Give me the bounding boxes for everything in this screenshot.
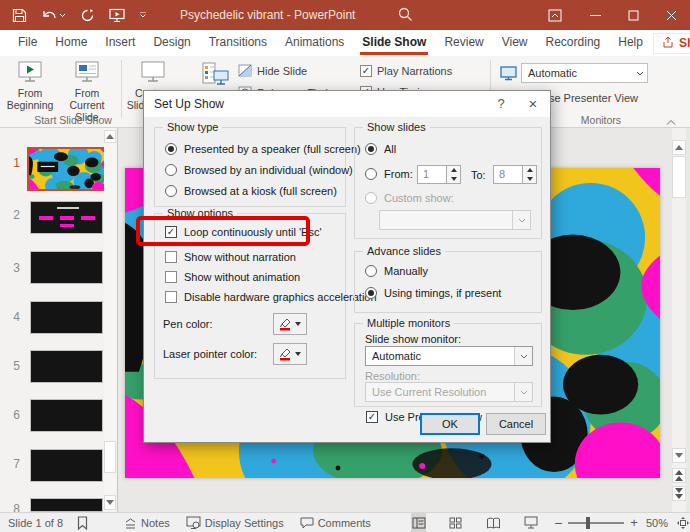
reading-view-button[interactable] xyxy=(486,513,501,532)
tab-recording[interactable]: Recording xyxy=(538,30,609,56)
share-button[interactable]: Share xyxy=(653,33,690,54)
pen-color-dropdown[interactable] xyxy=(273,313,307,335)
notes-icon xyxy=(124,517,137,529)
slide-thumbnail-5[interactable] xyxy=(30,350,103,383)
slide-sorter-icon xyxy=(449,517,462,529)
set-up-slide-show-button[interactable] xyxy=(196,62,236,88)
chevron-down-icon xyxy=(631,64,647,82)
tab-animations[interactable]: Animations xyxy=(277,30,352,56)
zoom-level[interactable]: 50% xyxy=(646,517,668,529)
slide-thumbnail-4[interactable] xyxy=(30,301,103,334)
radio-custom-show[interactable]: Custom show: xyxy=(365,192,454,204)
reading-view-icon xyxy=(486,517,501,529)
monitor-combo[interactable]: Automatic xyxy=(521,63,648,83)
slide-show-view-button[interactable] xyxy=(523,513,538,532)
radio-all-slides[interactable]: All xyxy=(365,143,396,155)
zoom-in-button[interactable]: + xyxy=(630,515,638,530)
slide-thumbnail-2[interactable] xyxy=(30,201,103,234)
maximize-button[interactable] xyxy=(614,0,652,30)
main-scroll-up-button[interactable] xyxy=(672,140,686,155)
display-settings-button[interactable]: Display Settings xyxy=(186,516,284,529)
normal-view-icon xyxy=(412,517,426,529)
from-beginning-button[interactable]: From Beginning xyxy=(4,60,56,111)
panel-scrollbar-thumb[interactable] xyxy=(104,441,116,473)
zoom-slider[interactable] xyxy=(568,522,624,524)
cancel-button[interactable]: Cancel xyxy=(486,413,546,435)
close-button[interactable] xyxy=(652,0,690,30)
custom-show-combo[interactable] xyxy=(379,210,531,230)
radio-browsed-by-individual[interactable]: Browsed by an individual (window) xyxy=(165,164,353,176)
slide-thumbnail-7[interactable] xyxy=(30,449,103,482)
comments-button[interactable]: Comments xyxy=(300,517,371,529)
to-slide-spinner[interactable]: 8 xyxy=(493,165,537,184)
pen-color-icon xyxy=(279,317,292,331)
tab-home[interactable]: Home xyxy=(47,30,95,56)
slide-counter: Slide 1 of 8 xyxy=(8,517,63,529)
from-slide-spinner[interactable]: 1 xyxy=(417,165,461,184)
minimize-button[interactable] xyxy=(576,0,614,30)
tab-slide-show[interactable]: Slide Show xyxy=(354,30,434,56)
collapse-ribbon-icon[interactable] xyxy=(666,112,676,130)
spin-down-icon[interactable] xyxy=(523,175,536,184)
chevron-down-icon xyxy=(295,352,301,356)
radio-manually[interactable]: Manually xyxy=(365,265,428,277)
slide-thumbnail-1[interactable] xyxy=(27,147,106,191)
dialog-close-button[interactable]: × xyxy=(518,91,548,117)
slide-thumbnail-6[interactable] xyxy=(30,399,103,432)
undo-icon[interactable] xyxy=(41,8,66,22)
spin-down-icon[interactable] xyxy=(447,175,460,184)
laser-pointer-color-dropdown[interactable] xyxy=(273,343,307,365)
from-slide-value[interactable]: 1 xyxy=(417,165,447,184)
resolution-combo[interactable]: Use Current Resolution xyxy=(365,382,533,402)
next-slide-button[interactable] xyxy=(672,486,686,501)
search-icon[interactable] xyxy=(398,7,413,26)
slide-sorter-view-button[interactable] xyxy=(448,513,463,532)
to-slide-value[interactable]: 8 xyxy=(493,165,523,184)
spin-up-icon[interactable] xyxy=(447,166,460,175)
tab-insert[interactable]: Insert xyxy=(97,30,143,56)
checkbox-show-without-animation[interactable]: Show without animation xyxy=(165,271,300,283)
ribbon-display-options-icon[interactable] xyxy=(536,0,574,30)
radio-browsed-at-kiosk[interactable]: Browsed at a kiosk (full screen) xyxy=(165,185,337,197)
normal-view-button[interactable] xyxy=(411,513,426,532)
radio-using-timings[interactable]: Using timings, if present xyxy=(365,287,501,299)
redo-icon[interactable] xyxy=(80,8,95,23)
slide-thumbnail-3[interactable] xyxy=(30,251,103,284)
dialog-title-bar[interactable]: Set Up Show ? × xyxy=(144,91,550,117)
dialog-help-button[interactable]: ? xyxy=(486,91,516,117)
fit-to-window-icon[interactable] xyxy=(676,516,690,530)
spin-up-icon[interactable] xyxy=(523,166,536,175)
tab-view[interactable]: View xyxy=(494,30,536,56)
main-scroll-down-button[interactable] xyxy=(672,448,686,463)
tab-file[interactable]: File xyxy=(10,30,45,56)
zoom-slider-thumb[interactable] xyxy=(586,517,590,529)
panel-scroll-up-button[interactable] xyxy=(104,130,116,143)
tab-help[interactable]: Help xyxy=(610,30,651,56)
accessibility-flag-icon[interactable] xyxy=(77,516,88,530)
checkbox-disable-hardware-acceleration[interactable]: Disable hardware graphics acceleration xyxy=(165,291,377,303)
radio-presented-by-speaker[interactable]: Presented by a speaker (full screen) xyxy=(165,143,361,155)
ok-button[interactable]: OK xyxy=(420,413,480,435)
play-narrations-checkbox[interactable]: ✓ Play Narrations xyxy=(360,65,452,77)
checkbox-show-without-narration[interactable]: Show without narration xyxy=(165,251,296,263)
slide-show-monitor-combo[interactable]: Automatic xyxy=(365,346,533,366)
customize-qat-icon[interactable] xyxy=(139,12,147,18)
tab-transitions[interactable]: Transitions xyxy=(201,30,275,56)
tab-design[interactable]: Design xyxy=(145,30,198,56)
set-up-slide-show-icon xyxy=(201,62,231,88)
hide-slide-button[interactable]: Hide Slide xyxy=(238,64,307,77)
chevron-down-icon xyxy=(512,211,530,229)
previous-slide-button[interactable] xyxy=(672,468,686,483)
radio-from-to[interactable]: From: xyxy=(365,168,413,180)
tab-review[interactable]: Review xyxy=(436,30,491,56)
panel-scroll-down-button[interactable] xyxy=(104,495,116,510)
laser-color-label: Laser pointer color: xyxy=(163,348,257,360)
slide-number: 1 xyxy=(2,156,20,170)
save-icon[interactable] xyxy=(12,8,27,23)
notes-button[interactable]: Notes xyxy=(124,517,170,529)
main-scrollbar-thumb[interactable] xyxy=(672,156,686,198)
comments-icon xyxy=(300,517,314,529)
slide-thumbnail-8[interactable] xyxy=(30,498,103,512)
start-slideshow-icon[interactable] xyxy=(109,8,125,23)
zoom-out-button[interactable]: − xyxy=(554,515,562,531)
